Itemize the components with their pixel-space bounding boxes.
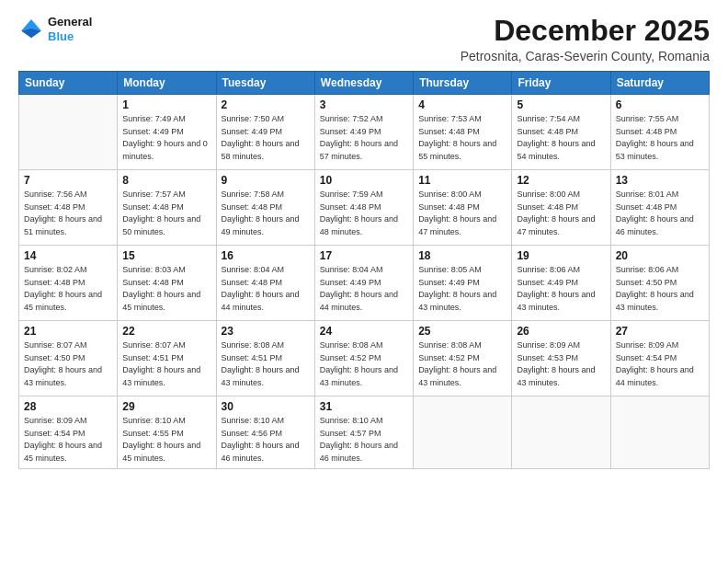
day-info: Sunrise: 7:57 AMSunset: 4:48 PMDaylight:…	[122, 189, 210, 238]
day-number: 24	[320, 325, 408, 338]
day-number: 3	[320, 98, 408, 111]
day-number: 1	[122, 98, 210, 111]
day-info: Sunrise: 8:09 AMSunset: 4:54 PMDaylight:…	[24, 415, 112, 465]
day-info: Sunrise: 8:07 AMSunset: 4:50 PMDaylight:…	[24, 339, 112, 389]
day-number: 27	[616, 325, 704, 338]
table-row: 12Sunrise: 8:00 AMSunset: 4:48 PMDayligh…	[512, 170, 610, 246]
table-row: 7Sunrise: 7:56 AMSunset: 4:48 PMDaylight…	[19, 170, 118, 246]
main-title: December 2025	[461, 15, 710, 47]
table-row: 24Sunrise: 8:08 AMSunset: 4:52 PMDayligh…	[314, 321, 413, 396]
table-row: 19Sunrise: 8:06 AMSunset: 4:49 PMDayligh…	[512, 246, 610, 321]
day-number: 16	[222, 249, 310, 262]
day-number: 5	[517, 98, 605, 111]
day-info: Sunrise: 7:59 AMSunset: 4:48 PMDaylight:…	[320, 189, 408, 238]
day-info: Sunrise: 8:04 AMSunset: 4:48 PMDaylight:…	[222, 264, 310, 314]
day-info: Sunrise: 7:56 AMSunset: 4:48 PMDaylight:…	[24, 189, 112, 238]
table-row	[512, 396, 610, 469]
day-number: 31	[320, 400, 408, 413]
day-info: Sunrise: 8:00 AMSunset: 4:48 PMDaylight:…	[517, 189, 605, 238]
day-number: 7	[24, 174, 112, 187]
day-number: 11	[418, 174, 506, 187]
title-block: December 2025 Petrosnita, Caras-Severin …	[461, 15, 710, 63]
day-number: 17	[320, 249, 408, 262]
table-row: 30Sunrise: 8:10 AMSunset: 4:56 PMDayligh…	[216, 396, 314, 469]
day-info: Sunrise: 8:08 AMSunset: 4:51 PMDaylight:…	[222, 339, 310, 389]
logo-icon	[18, 17, 44, 42]
day-info: Sunrise: 8:10 AMSunset: 4:56 PMDaylight:…	[222, 415, 310, 465]
table-row: 16Sunrise: 8:04 AMSunset: 4:48 PMDayligh…	[216, 246, 314, 321]
day-info: Sunrise: 8:07 AMSunset: 4:51 PMDaylight:…	[122, 339, 210, 389]
table-row: 6Sunrise: 7:55 AMSunset: 4:48 PMDaylight…	[610, 95, 709, 170]
table-row: 17Sunrise: 8:04 AMSunset: 4:49 PMDayligh…	[314, 246, 413, 321]
day-number: 2	[222, 98, 310, 111]
day-info: Sunrise: 8:08 AMSunset: 4:52 PMDaylight:…	[320, 339, 408, 389]
day-number: 10	[320, 174, 408, 187]
table-row	[610, 396, 709, 469]
day-info: Sunrise: 7:54 AMSunset: 4:48 PMDaylight:…	[517, 113, 605, 163]
calendar-week-row: 14Sunrise: 8:02 AMSunset: 4:48 PMDayligh…	[19, 246, 710, 321]
calendar-week-row: 1Sunrise: 7:49 AMSunset: 4:49 PMDaylight…	[19, 95, 710, 170]
table-row: 10Sunrise: 7:59 AMSunset: 4:48 PMDayligh…	[314, 170, 413, 246]
calendar-week-row: 28Sunrise: 8:09 AMSunset: 4:54 PMDayligh…	[19, 396, 710, 469]
day-number: 26	[517, 325, 605, 338]
table-row: 5Sunrise: 7:54 AMSunset: 4:48 PMDaylight…	[512, 95, 610, 170]
day-number: 30	[222, 400, 310, 413]
table-row	[19, 95, 118, 170]
table-row: 4Sunrise: 7:53 AMSunset: 4:48 PMDaylight…	[414, 95, 512, 170]
header: General Blue December 2025 Petrosnita, C…	[18, 15, 710, 63]
day-info: Sunrise: 7:58 AMSunset: 4:48 PMDaylight:…	[222, 189, 310, 238]
table-row: 2Sunrise: 7:50 AMSunset: 4:49 PMDaylight…	[216, 95, 314, 170]
subtitle: Petrosnita, Caras-Severin County, Romani…	[461, 49, 710, 63]
day-info: Sunrise: 8:08 AMSunset: 4:52 PMDaylight:…	[418, 339, 506, 389]
col-friday: Friday	[512, 72, 610, 95]
table-row: 31Sunrise: 8:10 AMSunset: 4:57 PMDayligh…	[314, 396, 413, 469]
day-info: Sunrise: 8:09 AMSunset: 4:53 PMDaylight:…	[517, 339, 605, 389]
calendar-header-row: Sunday Monday Tuesday Wednesday Thursday…	[19, 72, 710, 95]
day-number: 25	[418, 325, 506, 338]
table-row: 13Sunrise: 8:01 AMSunset: 4:48 PMDayligh…	[610, 170, 709, 246]
day-number: 4	[418, 98, 506, 111]
day-info: Sunrise: 8:02 AMSunset: 4:48 PMDaylight:…	[24, 264, 112, 314]
table-row: 28Sunrise: 8:09 AMSunset: 4:54 PMDayligh…	[19, 396, 118, 469]
table-row: 18Sunrise: 8:05 AMSunset: 4:49 PMDayligh…	[414, 246, 512, 321]
day-number: 28	[24, 400, 112, 413]
table-row: 23Sunrise: 8:08 AMSunset: 4:51 PMDayligh…	[216, 321, 314, 396]
table-row: 3Sunrise: 7:52 AMSunset: 4:49 PMDaylight…	[314, 95, 413, 170]
calendar-week-row: 21Sunrise: 8:07 AMSunset: 4:50 PMDayligh…	[19, 321, 710, 396]
day-number: 29	[122, 400, 210, 413]
day-info: Sunrise: 7:49 AMSunset: 4:49 PMDaylight:…	[122, 113, 210, 163]
col-saturday: Saturday	[610, 72, 709, 95]
calendar-table: Sunday Monday Tuesday Wednesday Thursday…	[18, 71, 710, 469]
day-number: 22	[122, 325, 210, 338]
day-number: 9	[222, 174, 310, 187]
calendar-week-row: 7Sunrise: 7:56 AMSunset: 4:48 PMDaylight…	[19, 170, 710, 246]
day-number: 20	[616, 249, 704, 262]
col-thursday: Thursday	[414, 72, 512, 95]
col-sunday: Sunday	[19, 72, 118, 95]
day-info: Sunrise: 8:05 AMSunset: 4:49 PMDaylight:…	[418, 264, 506, 314]
table-row: 27Sunrise: 8:09 AMSunset: 4:54 PMDayligh…	[610, 321, 709, 396]
day-number: 12	[517, 174, 605, 187]
day-info: Sunrise: 8:10 AMSunset: 4:57 PMDaylight:…	[320, 415, 408, 465]
table-row: 1Sunrise: 7:49 AMSunset: 4:49 PMDaylight…	[118, 95, 216, 170]
day-number: 13	[616, 174, 704, 187]
day-number: 19	[517, 249, 605, 262]
day-info: Sunrise: 7:55 AMSunset: 4:48 PMDaylight:…	[616, 113, 704, 163]
day-info: Sunrise: 7:52 AMSunset: 4:49 PMDaylight:…	[320, 113, 408, 163]
col-wednesday: Wednesday	[314, 72, 413, 95]
day-number: 6	[616, 98, 704, 111]
table-row: 29Sunrise: 8:10 AMSunset: 4:55 PMDayligh…	[118, 396, 216, 469]
table-row: 11Sunrise: 8:00 AMSunset: 4:48 PMDayligh…	[414, 170, 512, 246]
day-number: 8	[122, 174, 210, 187]
logo: General Blue	[18, 15, 92, 43]
logo-text: General Blue	[48, 15, 92, 43]
day-info: Sunrise: 8:01 AMSunset: 4:48 PMDaylight:…	[616, 189, 704, 238]
day-number: 18	[418, 249, 506, 262]
col-tuesday: Tuesday	[216, 72, 314, 95]
day-number: 21	[24, 325, 112, 338]
day-info: Sunrise: 8:09 AMSunset: 4:54 PMDaylight:…	[616, 339, 704, 389]
table-row: 25Sunrise: 8:08 AMSunset: 4:52 PMDayligh…	[414, 321, 512, 396]
table-row: 22Sunrise: 8:07 AMSunset: 4:51 PMDayligh…	[118, 321, 216, 396]
table-row: 9Sunrise: 7:58 AMSunset: 4:48 PMDaylight…	[216, 170, 314, 246]
day-info: Sunrise: 8:06 AMSunset: 4:50 PMDaylight:…	[616, 264, 704, 314]
